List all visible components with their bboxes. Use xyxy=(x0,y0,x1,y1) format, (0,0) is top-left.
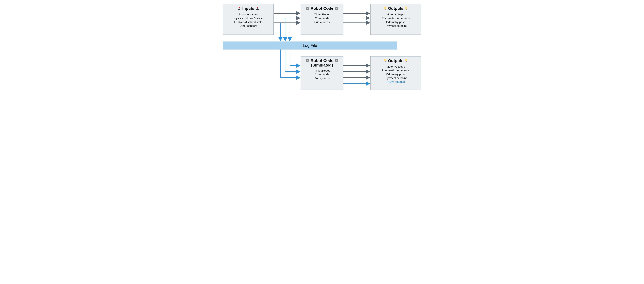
bulb-icon xyxy=(384,6,387,10)
inputs-items: Encoder values Joystick buttons & sticks… xyxy=(224,12,272,28)
outputs-top-title: Outputs xyxy=(372,6,420,11)
inputs-title-text: Inputs xyxy=(242,6,254,11)
outputs-top-items: Motor voltages Pneumatic commands Odomet… xyxy=(372,12,420,28)
log-file-label: Log File xyxy=(303,43,317,48)
list-item: Flywheel setpoint xyxy=(372,24,420,28)
svg-rect-10 xyxy=(306,8,306,9)
robot-code-sim-items: TimedRobot Commands Subsystems xyxy=(302,69,342,80)
list-item: Encoder values xyxy=(224,12,272,16)
svg-rect-11 xyxy=(308,8,309,9)
robot-code-title: Robot Code xyxy=(302,6,342,11)
svg-point-2 xyxy=(239,7,240,8)
svg-rect-47 xyxy=(338,60,338,61)
list-item-accent: (NEW outputs) xyxy=(372,80,420,84)
svg-rect-19 xyxy=(336,9,337,10)
list-item: Enabled/disabled state xyxy=(224,20,272,24)
log-file-bar: Log File xyxy=(223,41,397,49)
svg-point-33 xyxy=(307,60,308,61)
outputs-bottom-title-text: Outputs xyxy=(388,58,404,63)
inputs-title: Inputs xyxy=(224,6,272,11)
svg-rect-30 xyxy=(406,9,407,10)
svg-rect-35 xyxy=(307,62,308,62)
gear-icon xyxy=(306,59,309,62)
svg-rect-46 xyxy=(335,60,336,61)
svg-rect-27 xyxy=(385,9,386,10)
svg-rect-18 xyxy=(336,7,337,7)
list-item: Other sensors xyxy=(224,24,272,28)
list-item: Flywheel setpoint xyxy=(372,76,420,80)
svg-point-26 xyxy=(384,6,386,9)
svg-rect-8 xyxy=(307,7,308,7)
svg-rect-20 xyxy=(335,8,336,9)
list-item: Pneumatic commands xyxy=(372,68,420,72)
svg-rect-9 xyxy=(307,9,308,10)
inputs-box: Inputs Encoder values Joystick buttons &… xyxy=(223,4,274,35)
outputs-bottom-items: Motor voltages Pneumatic commands Odomet… xyxy=(372,65,420,84)
list-item: Odometry pose xyxy=(372,20,420,24)
outputs-bottom-box: Outputs Motor voltages Pneumatic command… xyxy=(370,56,421,90)
robot-code-items: TimedRobot Commands Subsystems xyxy=(302,12,342,24)
svg-rect-21 xyxy=(338,8,338,9)
svg-rect-56 xyxy=(406,61,407,62)
svg-point-5 xyxy=(257,7,258,8)
gear-icon xyxy=(306,7,309,10)
svg-rect-44 xyxy=(336,59,337,59)
list-item: Commands xyxy=(302,16,342,20)
svg-point-55 xyxy=(405,59,407,61)
svg-rect-28 xyxy=(385,10,386,10)
robot-code-title-text: Robot Code xyxy=(310,6,334,11)
list-item: Commands xyxy=(302,72,342,76)
gear-icon xyxy=(335,7,338,10)
outputs-top-title-text: Outputs xyxy=(388,6,404,11)
arrow-log-to-sim xyxy=(280,49,300,78)
svg-rect-53 xyxy=(385,61,386,62)
list-item: Joystick buttons & sticks xyxy=(224,16,272,20)
robot-code-box: Robot Code TimedRobot Commands Subsystem… xyxy=(300,4,344,35)
joystick-icon xyxy=(256,7,259,10)
svg-rect-36 xyxy=(306,60,306,61)
gear-icon xyxy=(335,59,338,62)
list-item: Subsystems xyxy=(302,20,342,24)
svg-rect-45 xyxy=(336,62,337,62)
svg-point-7 xyxy=(307,8,308,9)
joystick-icon xyxy=(238,7,241,10)
svg-point-29 xyxy=(405,6,407,9)
list-item: Motor voltages xyxy=(372,12,420,16)
outputs-bottom-title: Outputs xyxy=(372,58,420,63)
list-item: TimedRobot xyxy=(302,69,342,72)
svg-rect-57 xyxy=(406,62,406,62)
diagram-canvas: Inputs Encoder values Joystick buttons &… xyxy=(219,0,425,91)
list-item: Subsystems xyxy=(302,76,342,80)
list-item: TimedRobot xyxy=(302,12,342,16)
robot-code-sim-box: Robot Code (Simulated) TimedRobot Comman… xyxy=(300,56,344,90)
svg-point-52 xyxy=(384,59,386,61)
bulb-icon xyxy=(384,59,387,62)
svg-rect-31 xyxy=(406,10,406,10)
outputs-top-box: Outputs Motor voltages Pneumatic command… xyxy=(370,4,421,35)
svg-point-17 xyxy=(336,8,337,9)
svg-rect-34 xyxy=(307,59,308,59)
list-item: Odometry pose xyxy=(372,72,420,76)
arrow-log-to-sim xyxy=(285,49,300,72)
bulb-icon xyxy=(405,6,408,10)
list-item: Motor voltages xyxy=(372,65,420,68)
svg-rect-54 xyxy=(385,62,386,62)
arrow-log-to-sim xyxy=(290,49,300,66)
robot-code-sim-title-text-1: Robot Code xyxy=(310,58,334,63)
svg-rect-37 xyxy=(308,60,309,61)
robot-code-sim-title-text-2: (Simulated) xyxy=(311,63,333,67)
bulb-icon xyxy=(405,59,408,62)
list-item: Pneumatic commands xyxy=(372,16,420,20)
svg-point-43 xyxy=(336,60,337,61)
robot-code-sim-title: Robot Code (Simulated) xyxy=(302,58,342,67)
